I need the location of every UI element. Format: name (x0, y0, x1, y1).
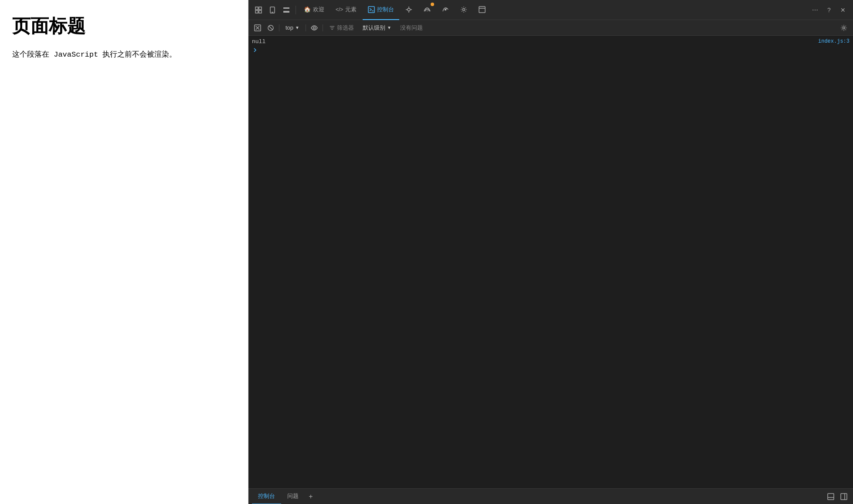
more-icon: ⋯ (812, 7, 818, 14)
more-options-button[interactable]: ⋯ (809, 3, 822, 17)
level-label: 默认级别 (363, 24, 385, 32)
svg-rect-2 (255, 10, 258, 13)
level-selector[interactable]: 默认级别 ▼ (359, 23, 395, 33)
drawer-button[interactable] (280, 3, 293, 17)
console-log-line: null index.js:3 (248, 37, 853, 46)
page-title: 页面标题 (12, 14, 236, 38)
filter-icon (329, 25, 335, 31)
dock-bottom-icon (827, 493, 834, 500)
svg-rect-31 (828, 494, 834, 500)
svg-point-10 (408, 8, 410, 11)
svg-point-30 (843, 27, 845, 29)
svg-line-25 (269, 26, 273, 30)
tab-welcome-label: 欢迎 (313, 6, 324, 14)
svg-point-26 (313, 27, 315, 29)
clear-icon (254, 24, 261, 31)
tab-elements-label: 元素 (345, 6, 357, 14)
console-sub-toolbar: top ▼ 筛选器 默认级别 ▼ 没有问题 (248, 20, 853, 36)
console-expand-line (248, 46, 853, 55)
welcome-icon: 🏠 (304, 6, 311, 13)
tab-network[interactable] (418, 0, 436, 20)
console-sep-2 (306, 24, 306, 31)
filter-section[interactable]: 筛选器 (326, 23, 357, 33)
eye-icon (311, 24, 318, 31)
help-icon: ? (827, 7, 831, 14)
svg-rect-3 (259, 10, 262, 13)
tab-welcome[interactable]: 🏠 欢迎 (299, 0, 330, 20)
network-warning-dot (431, 3, 434, 6)
no-issues-label: 没有问题 (397, 23, 426, 33)
close-icon: ✕ (840, 7, 846, 14)
bottom-end-icons (825, 491, 850, 502)
tab-settings[interactable] (455, 0, 472, 20)
chevron-right-icon (253, 48, 257, 52)
inspect-button[interactable] (252, 3, 265, 17)
console-sep-3 (323, 24, 323, 31)
console-sep-1 (279, 24, 279, 31)
bottom-tab-console[interactable]: 控制台 (252, 489, 281, 504)
close-devtools-button[interactable]: ✕ (836, 3, 850, 17)
toolbar-sep-1 (296, 6, 296, 14)
svg-rect-33 (841, 494, 847, 500)
network-icon (424, 6, 431, 13)
webpage-panel: 页面标题 这个段落在 JavaScript 执行之前不会被渲染。 (0, 0, 248, 504)
top-label: top (285, 24, 293, 31)
tab-sources[interactable] (400, 0, 418, 20)
svg-rect-19 (479, 7, 485, 13)
console-expand-button[interactable] (252, 47, 258, 53)
dropdown-arrow-icon: ▼ (295, 25, 299, 30)
tab-layout[interactable] (473, 0, 491, 20)
svg-rect-1 (259, 7, 262, 10)
help-button[interactable]: ? (822, 3, 836, 17)
console-value: null (252, 38, 809, 45)
eye-button[interactable] (309, 22, 320, 34)
performance-icon (442, 6, 449, 13)
svg-point-18 (463, 8, 465, 10)
block-button[interactable] (265, 22, 276, 34)
console-source-link[interactable]: index.js:3 (809, 38, 850, 44)
tab-console-label: 控制台 (377, 6, 394, 14)
block-icon (267, 24, 274, 31)
context-selector[interactable]: top ▼ (282, 24, 303, 32)
settings-icon (460, 6, 467, 13)
clear-console-button[interactable] (252, 22, 263, 34)
filter-label: 筛选器 (337, 24, 354, 32)
elements-icon: </> (336, 7, 343, 13)
add-icon: + (309, 493, 313, 501)
dock-right-icon (840, 493, 847, 500)
svg-rect-7 (283, 11, 289, 13)
tab-elements[interactable]: </> 元素 (330, 0, 362, 20)
console-output[interactable]: null index.js:3 (248, 36, 853, 488)
svg-rect-6 (283, 7, 289, 9)
add-tab-button[interactable]: + (305, 490, 317, 503)
tab-console[interactable]: 控制台 (363, 0, 399, 20)
devtools-panel: 🏠 欢迎 </> 元素 控制台 (248, 0, 853, 504)
toolbar-end-icons: ⋯ ? ✕ (809, 3, 850, 17)
sources-icon (405, 6, 412, 13)
layout-icon (479, 6, 486, 13)
svg-rect-0 (255, 7, 258, 10)
devtools-bottom-bar: 控制台 问题 + (248, 488, 853, 504)
dock-bottom-button[interactable] (825, 491, 836, 502)
svg-point-17 (445, 9, 446, 10)
device-button[interactable] (266, 3, 279, 17)
page-paragraph: 这个段落在 JavaScript 执行之前不会被渲染。 (12, 49, 236, 61)
bottom-console-label: 控制台 (258, 492, 275, 500)
bottom-issues-label: 问题 (287, 492, 299, 500)
console-settings-button[interactable] (838, 22, 850, 34)
tab-performance[interactable] (437, 0, 454, 20)
dock-right-button[interactable] (838, 491, 850, 502)
devtools-top-toolbar: 🏠 欢迎 </> 元素 控制台 (248, 0, 853, 20)
console-icon (368, 6, 375, 13)
level-dropdown-icon: ▼ (387, 25, 391, 30)
console-settings-icon (840, 24, 847, 31)
bottom-tab-issues[interactable]: 问题 (281, 489, 305, 504)
